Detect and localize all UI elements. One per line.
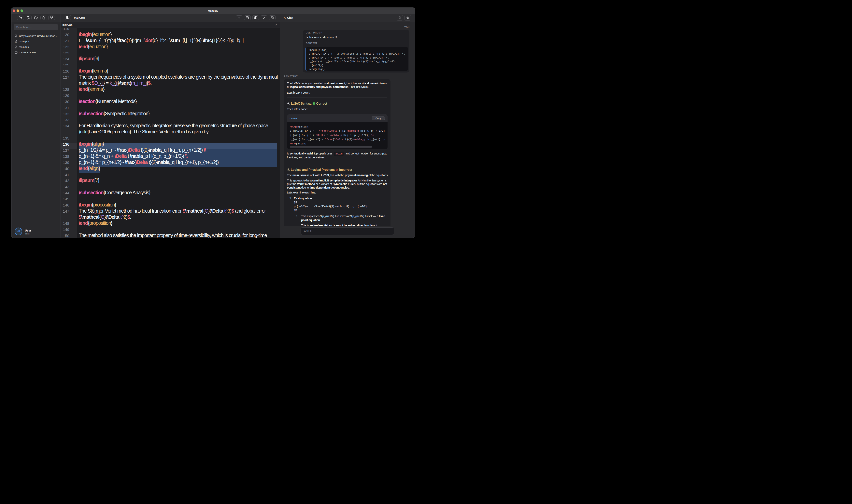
svg-text:PDF: PDF (15, 42, 17, 43)
